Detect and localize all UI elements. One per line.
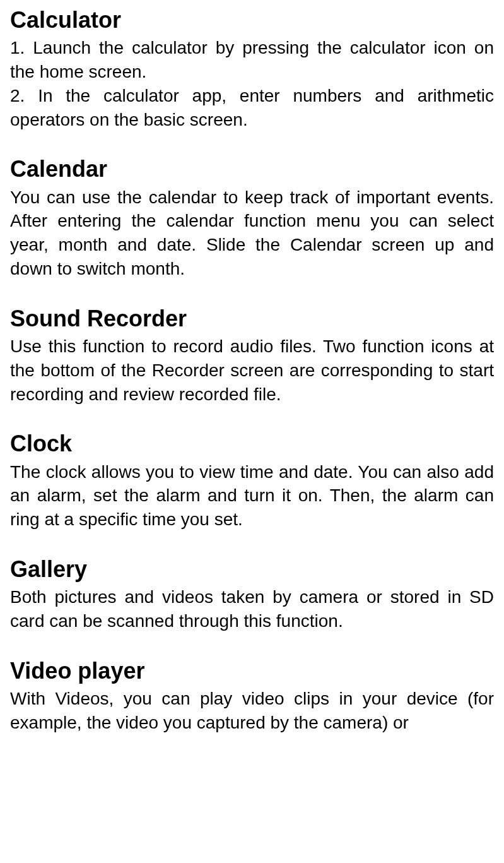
body-gallery: Both pictures and videos taken by camera… bbox=[10, 585, 494, 633]
section-calculator: Calculator 1. Launch the calculator by p… bbox=[10, 6, 494, 131]
heading-video-player: Video player bbox=[10, 657, 494, 684]
body-sound-recorder: Use this function to record audio files.… bbox=[10, 335, 494, 406]
section-video-player: Video player With Videos, you can play v… bbox=[10, 657, 494, 735]
body-calendar: You can use the calendar to keep track o… bbox=[10, 186, 494, 281]
heading-sound-recorder: Sound Recorder bbox=[10, 305, 494, 332]
heading-clock: Clock bbox=[10, 430, 494, 457]
body-clock: The clock allows you to view time and da… bbox=[10, 460, 494, 532]
section-clock: Clock The clock allows you to view time … bbox=[10, 430, 494, 532]
heading-gallery: Gallery bbox=[10, 556, 494, 583]
body-video-player: With Videos, you can play video clips in… bbox=[10, 687, 494, 735]
body-calculator: 1. Launch the calculator by pressing the… bbox=[10, 36, 494, 131]
heading-calendar: Calendar bbox=[10, 155, 494, 182]
section-calendar: Calendar You can use the calendar to kee… bbox=[10, 155, 494, 280]
heading-calculator: Calculator bbox=[10, 6, 494, 33]
section-gallery: Gallery Both pictures and videos taken b… bbox=[10, 556, 494, 633]
section-sound-recorder: Sound Recorder Use this function to reco… bbox=[10, 305, 494, 407]
